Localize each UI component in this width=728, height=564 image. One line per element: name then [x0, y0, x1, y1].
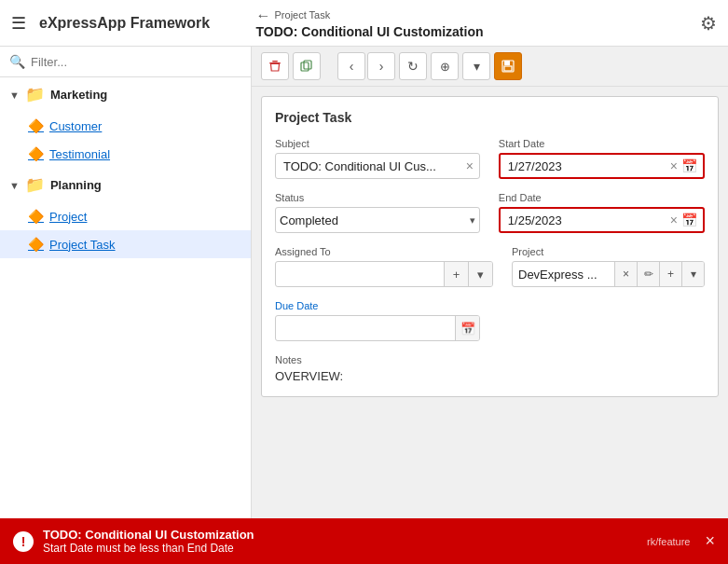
svg-rect-6 [504, 66, 512, 71]
chevron-down-icon: ▼ [9, 89, 20, 101]
start-date-label: Start Date [499, 138, 705, 149]
settings-icon[interactable]: ⚙ [700, 12, 717, 34]
toolbar: ‹ › ↻ ⊕ ▾ [252, 47, 728, 87]
empty-col [500, 300, 706, 341]
assigned-to-add-button[interactable]: + [444, 262, 468, 286]
sidebar-item-project-task[interactable]: 🔶 Project Task [0, 230, 251, 258]
sidebar-group-marketing-label: Marketing [50, 88, 107, 102]
start-date-calendar-icon[interactable]: 📅 [680, 158, 699, 173]
assigned-to-group: Assigned To + ▾ [275, 246, 493, 287]
project-dropdown-button[interactable]: ▾ [681, 262, 704, 286]
due-date-group: Due Date 📅 [275, 300, 481, 341]
form-card-title: Project Task [275, 110, 705, 125]
feature-text: rk/feature [647, 536, 690, 547]
back-arrow-icon[interactable]: ← [256, 7, 271, 24]
subject-group: Subject × [275, 138, 480, 179]
sidebar-item-project-task-label: Project Task [49, 238, 116, 252]
assigned-to-dropdown-button[interactable]: ▾ [468, 262, 492, 286]
subject-input-wrap: × [275, 153, 480, 179]
start-date-clear-icon[interactable]: × [668, 158, 680, 173]
project-value: DevExpress ... [513, 268, 614, 282]
project-label: Project [512, 246, 705, 257]
sidebar-item-project[interactable]: 🔶 Project [0, 202, 251, 230]
new-arrow-button[interactable]: ▾ [462, 52, 490, 80]
item-icon-project: 🔶 [28, 209, 44, 224]
status-select[interactable]: Not Started In Progress Completed Deferr… [280, 213, 470, 227]
new-dropdown-button[interactable]: ⊕ [431, 52, 459, 80]
form-row-4: Due Date 📅 [275, 300, 705, 341]
assigned-to-label: Assigned To [275, 246, 493, 257]
sidebar-group-marketing: ▼ 📁 Marketing 🔶 Customer 🔶 Testimonial [0, 77, 251, 168]
notes-section: Notes OVERVIEW: [275, 354, 705, 383]
delete-button[interactable] [261, 52, 289, 80]
save-button[interactable] [494, 52, 522, 80]
item-icon-project-task: 🔶 [28, 237, 44, 252]
folder-icon: 📁 [25, 85, 45, 104]
project-clear-button[interactable]: × [614, 262, 637, 286]
toast-message: Start Date must be less than End Date [43, 542, 638, 555]
assigned-to-input-wrap: + ▾ [275, 261, 493, 287]
toast-title: TODO: Conditional UI Customization [43, 528, 638, 542]
toast-text-block: TODO: Conditional UI Customization Start… [43, 528, 638, 555]
menu-icon[interactable]: ☰ [11, 13, 26, 34]
due-date-calendar-button[interactable]: 📅 [455, 316, 479, 340]
project-input-wrap: DevExpress ... × ✏ + ▾ [512, 261, 705, 287]
toast-notification: ! TODO: Conditional UI Customization Sta… [0, 518, 728, 564]
form-area: Project Task Subject × Start Date [252, 87, 728, 564]
sidebar-item-testimonial-label: Testimonial [49, 147, 110, 161]
due-date-input[interactable] [276, 322, 455, 336]
breadcrumb-current: TODO: Conditional UI Customization [256, 24, 484, 40]
end-date-label: End Date [499, 192, 705, 203]
status-chevron-icon: ▾ [470, 214, 475, 227]
end-date-clear-icon[interactable]: × [668, 213, 680, 227]
form-row-2: Status Not Started In Progress Completed… [275, 192, 705, 233]
notes-content: OVERVIEW: [275, 369, 705, 383]
clone-button[interactable] [293, 52, 321, 80]
refresh-button[interactable]: ↻ [399, 52, 427, 80]
assigned-to-input[interactable] [276, 268, 444, 282]
start-date-input-wrap: × 📅 [499, 153, 705, 179]
sidebar-filter-bar: 🔍 [0, 47, 251, 77]
status-label: Status [275, 192, 480, 203]
subject-clear-icon[interactable]: × [464, 158, 475, 173]
chevron-down-icon-planning: ▼ [9, 180, 20, 191]
svg-rect-2 [301, 62, 309, 71]
folder-icon-planning: 📁 [25, 175, 45, 195]
project-add-button[interactable]: + [659, 262, 681, 286]
prev-button[interactable]: ‹ [337, 52, 365, 80]
sidebar-group-planning: ▼ 📁 Planning 🔶 Project 🔶 Project Task [0, 168, 251, 258]
app-title: eXpressApp Framework [39, 15, 249, 32]
end-date-input-wrap: × 📅 [499, 207, 705, 233]
notes-label: Notes [275, 354, 705, 365]
end-date-input[interactable] [504, 213, 668, 227]
item-icon-testimonial: 🔶 [28, 146, 44, 161]
sidebar-group-planning-header[interactable]: ▼ 📁 Planning [0, 168, 251, 202]
nav-group: ‹ › [337, 52, 395, 80]
status-group: Status Not Started In Progress Completed… [275, 192, 480, 233]
svg-rect-3 [304, 61, 311, 69]
form-card: Project Task Subject × Start Date [261, 96, 719, 397]
start-date-input[interactable] [504, 159, 668, 173]
toast-close-button[interactable]: × [705, 531, 715, 551]
sidebar-group-planning-label: Planning [50, 178, 102, 192]
due-date-input-wrap: 📅 [275, 315, 480, 341]
subject-input[interactable] [280, 159, 464, 173]
form-row-3: Assigned To + ▾ Project DevExpress ... ×… [275, 246, 705, 287]
start-date-group: Start Date × 📅 [499, 138, 705, 179]
sidebar-item-customer[interactable]: 🔶 Customer [0, 112, 251, 140]
end-date-calendar-icon[interactable]: 📅 [680, 213, 699, 227]
project-edit-button[interactable]: ✏ [637, 262, 659, 286]
sidebar: 🔍 ▼ 📁 Marketing 🔶 Customer 🔶 Testimonial… [0, 47, 252, 564]
sidebar-group-marketing-header[interactable]: ▼ 📁 Marketing [0, 77, 251, 112]
new-icon: ⊕ [440, 60, 450, 74]
filter-input[interactable] [31, 55, 241, 69]
due-date-label: Due Date [275, 300, 481, 311]
main-content: ‹ › ↻ ⊕ ▾ Project Task Subject [252, 47, 728, 564]
svg-rect-5 [504, 61, 510, 65]
end-date-group: End Date × 📅 [499, 192, 705, 233]
sidebar-item-project-label: Project [49, 210, 87, 224]
breadcrumb: ← Project Task TODO: Conditional UI Cust… [249, 7, 491, 40]
sidebar-item-testimonial[interactable]: 🔶 Testimonial [0, 140, 251, 168]
status-select-wrap: Not Started In Progress Completed Deferr… [275, 207, 480, 233]
next-button[interactable]: › [367, 52, 395, 80]
